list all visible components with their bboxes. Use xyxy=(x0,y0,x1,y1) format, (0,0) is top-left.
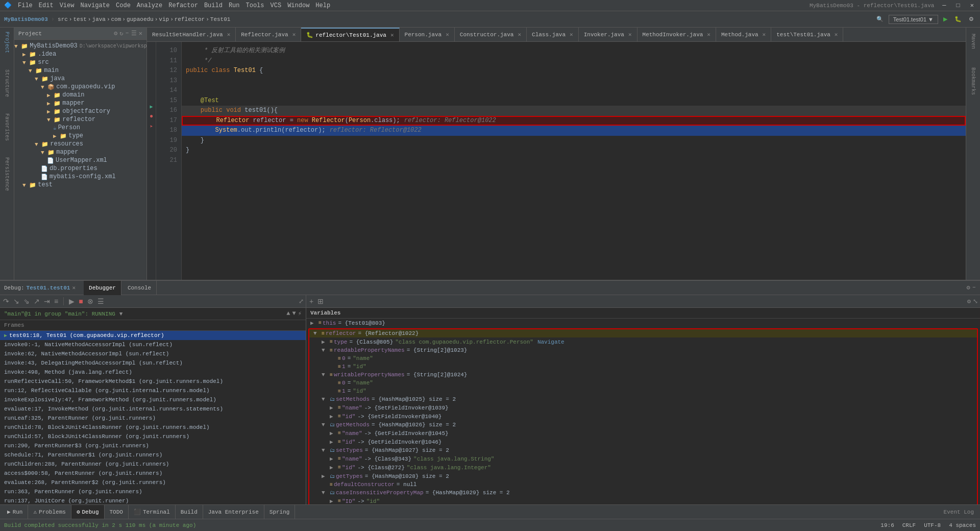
tab-method[interactable]: Method.java ✕ xyxy=(716,28,771,42)
frame-item-18[interactable]: run:137, JUnitCore (org.junit.runner) xyxy=(0,496,306,504)
frame-item-10[interactable]: runChild:78, BlockJUnit4ClassRunner (org… xyxy=(0,423,306,432)
menu-window[interactable]: Window xyxy=(287,2,309,9)
project-icon[interactable]: Project xyxy=(2,30,12,55)
tab-close-icon[interactable]: ✕ xyxy=(835,31,838,38)
tab-close-icon[interactable]: ✕ xyxy=(390,32,394,38)
tab-reflector[interactable]: Reflector.java ✕ xyxy=(236,28,301,42)
tree-item-db-properties[interactable]: 📄 db.properties xyxy=(14,164,146,173)
expand-icon[interactable]: ▶ xyxy=(330,464,336,471)
frame-item-14[interactable]: runChildren:288, ParentRunner (org.junit… xyxy=(0,460,306,469)
expand-icon[interactable]: ▶ xyxy=(322,473,328,479)
settings-icon[interactable]: ☰ xyxy=(131,30,137,37)
menu-refactor[interactable]: Refactor xyxy=(168,2,198,9)
restore-button[interactable]: ☰ xyxy=(96,296,105,306)
tree-item-idea[interactable]: ▶ 📁 .idea xyxy=(14,50,146,58)
var-settypes-id[interactable]: ▶ ≡ "id" -> {Class@272} "class java.lang… xyxy=(309,463,977,472)
mute-button[interactable]: ⊗ xyxy=(86,296,94,306)
tab-close-icon[interactable]: ✕ xyxy=(628,31,632,38)
var-set-methods[interactable]: ▼ 🗂 setMethods = {HashMap@1025} size = 2 xyxy=(309,395,977,403)
tab-constructor[interactable]: Constructor.java ✕ xyxy=(455,28,527,42)
expand-icon[interactable]: ▼ xyxy=(322,422,328,428)
expand-all-button[interactable]: ⊞ xyxy=(316,296,325,306)
tree-item-package[interactable]: ▼ 📦 com.gupaoedu.vip xyxy=(14,83,146,91)
tab-close-icon[interactable]: ✕ xyxy=(227,31,231,38)
tree-item-reflector[interactable]: ▼ 📁 reflector xyxy=(14,115,146,124)
tree-item-person[interactable]: ☕ Person xyxy=(14,124,146,132)
persistence-icon[interactable]: Persistence xyxy=(2,155,12,193)
debug-button[interactable]: 🐛 xyxy=(952,15,964,23)
collapse-icon[interactable]: – xyxy=(126,30,129,37)
tab-test01[interactable]: 🐛 reflector\Test01.java ✕ xyxy=(301,28,399,42)
sync-icon[interactable]: ↻ xyxy=(119,30,123,37)
settings-icon[interactable]: ⚙ xyxy=(967,298,971,305)
frame-item-17[interactable]: run:363, ParentRunner (org.junit.runners… xyxy=(0,487,306,496)
frame-item-16[interactable]: evaluate:268, ParentRunner$2 (org.junit.… xyxy=(0,478,306,487)
tree-item-mybatis-config[interactable]: 📄 mybatis-config.xml xyxy=(14,173,146,181)
structure-icon[interactable]: Structure xyxy=(2,67,12,99)
tree-item-src[interactable]: ▼ 📁 src xyxy=(14,58,146,66)
frame-item-11[interactable]: runChild:57, BlockJUnit4ClassRunner (org… xyxy=(0,432,306,441)
expand-icon[interactable]: ▼ xyxy=(322,396,328,402)
tab-resultsethandler[interactable]: ResultSetHandler.java ✕ xyxy=(147,28,236,42)
close-panel-icon[interactable]: ✕ xyxy=(139,30,142,37)
tab-spring[interactable]: Spring xyxy=(264,505,296,519)
var-settypes-name[interactable]: ▶ ≡ "name" -> {Class@343} "class java.la… xyxy=(309,454,977,463)
gear-icon[interactable]: ⚙ xyxy=(114,30,117,37)
tree-item-test[interactable]: ▼ 📁 test xyxy=(14,181,146,189)
tab-close-icon[interactable]: ✕ xyxy=(518,31,521,38)
resume-button[interactable]: ▶ xyxy=(68,296,76,306)
var-this[interactable]: ▶ ≡ this = {Test01@803} xyxy=(306,319,980,327)
favorites-icon[interactable]: Favorites xyxy=(2,111,12,143)
settings-gear-icon[interactable]: ⚙ xyxy=(967,284,970,292)
tree-item-mapper[interactable]: ▶ 📁 mapper xyxy=(14,99,146,107)
evaluate-button[interactable]: ≡ xyxy=(53,296,59,306)
tree-item-main[interactable]: ▼ 📁 main xyxy=(14,66,146,75)
var-case-id[interactable]: ▶ ≡ "ID" -> "id" xyxy=(309,497,977,504)
var-readable-1[interactable]: ≡ 1 = "id" xyxy=(309,363,977,371)
tab-debug-bottom[interactable]: ⚙ Debug xyxy=(71,505,105,519)
step-over-button[interactable]: ↷ xyxy=(2,296,10,306)
frame-item-7[interactable]: invokeExplosively:47, FrameworkMethod (o… xyxy=(0,395,306,404)
tab-close-icon[interactable]: ✕ xyxy=(707,31,710,38)
frame-item-8[interactable]: evaluate:17, InvokeMethod (org.junit.int… xyxy=(0,404,306,414)
menu-file[interactable]: File xyxy=(18,2,33,9)
frame-item-3[interactable]: invoke:43, DelegatingMethodAccessorImpl … xyxy=(0,358,306,368)
var-writable-0[interactable]: ≡ 0 = "name" xyxy=(309,379,977,387)
menu-tools[interactable]: Tools xyxy=(246,2,264,9)
expand-icon[interactable]: ▶ xyxy=(310,320,316,326)
run-to-cursor-button[interactable]: ⇥ xyxy=(43,296,51,306)
minimize-button[interactable]: ─ xyxy=(940,2,948,9)
var-get-methods[interactable]: ▼ 🗂 getMethods = {HashMap@1026} size = 2 xyxy=(309,421,977,429)
close-debug-icon[interactable]: ✕ xyxy=(72,284,76,291)
thread-dropdown-icon[interactable]: ▼ xyxy=(119,311,123,317)
frame-item-5[interactable]: runReflectiveCall:50, FrameworkMethod$1 … xyxy=(0,377,306,386)
var-getmethods-name[interactable]: ▶ ≡ "name" -> {GetFieldInvoker@1045} xyxy=(309,429,977,438)
var-readable-0[interactable]: ≡ 0 = "name" xyxy=(309,354,977,363)
force-step-into-button[interactable]: ⇘ xyxy=(22,296,31,306)
tab-invoker[interactable]: Invoker.java ✕ xyxy=(579,28,638,42)
down-icon[interactable]: ▼ xyxy=(292,310,296,318)
collapse-icon[interactable]: ⤡ xyxy=(973,298,978,305)
menu-navigate[interactable]: Navigate xyxy=(80,2,110,9)
tab-todo[interactable]: TODO xyxy=(105,505,129,519)
navigate-link[interactable]: Navigate xyxy=(537,339,565,345)
tab-console[interactable]: Console xyxy=(122,281,157,295)
var-readable-prop-names[interactable]: ▼ ≡ readablePropertyNames = {String[2]@1… xyxy=(309,346,977,354)
tree-item-type[interactable]: ▶ 📁 type xyxy=(14,132,146,140)
menu-view[interactable]: View xyxy=(60,2,75,9)
tab-close-icon[interactable]: ✕ xyxy=(292,31,296,38)
tab-run[interactable]: ▶ Run xyxy=(2,505,28,519)
stop-button[interactable]: ■ xyxy=(78,296,84,306)
expand-icon[interactable]: ▼ xyxy=(322,372,328,378)
var-get-types[interactable]: ▶ 🗂 getTypes = {HashMap@1028} size = 2 xyxy=(309,472,977,480)
event-log[interactable]: Event Log xyxy=(940,509,978,515)
frame-item-0[interactable]: ▶ test01:18, Test01 (com.gupaoedu.vip.re… xyxy=(0,331,306,340)
search-button[interactable]: 🔍 xyxy=(874,15,886,23)
settings-button[interactable]: ⚙ xyxy=(967,15,976,23)
filter-icon[interactable]: ⚡ xyxy=(298,310,302,318)
frame-item-9[interactable]: runLeaf:325, ParentRunner (org.junit.run… xyxy=(0,414,306,423)
frame-item-15[interactable]: access$000:58, ParentRunner (org.junit.r… xyxy=(0,469,306,478)
tree-item-objectfactory[interactable]: ▶ 📁 objectfactory xyxy=(14,107,146,115)
up-icon[interactable]: ▲ xyxy=(286,310,290,318)
tab-person[interactable]: Person.java ✕ xyxy=(400,28,455,42)
